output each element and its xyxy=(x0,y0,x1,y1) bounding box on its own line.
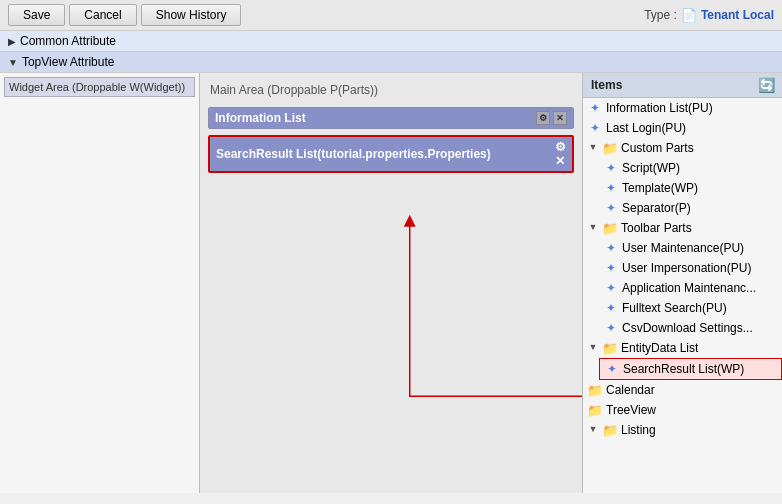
search-result-header: SearchResult List(tutorial.properties.Pr… xyxy=(210,137,572,171)
tree-item-user-maintenance[interactable]: ✦ User Maintenance(PU) xyxy=(599,238,782,258)
information-list-header: Information List ⚙ ✕ xyxy=(209,108,573,128)
gear-icon-fulltext: ✦ xyxy=(603,300,619,316)
doc-icon: 📄 xyxy=(681,8,697,23)
search-result-widget: SearchResult List(tutorial.properties.Pr… xyxy=(208,135,574,173)
tree-item-app-maintenance[interactable]: ✦ Application Maintenanc... xyxy=(599,278,782,298)
tree-label-user-maint: User Maintenance(PU) xyxy=(622,241,744,255)
gear-icon-app-maint: ✦ xyxy=(603,280,619,296)
center-panel: Main Area (Droppable P(Parts)) Informati… xyxy=(200,73,582,493)
entity-data-list-header[interactable]: ▼ 📁 EntityData List xyxy=(583,338,782,358)
expand-toolbar-parts: ▼ xyxy=(587,222,599,234)
search-result-settings-icon[interactable]: ⚙ xyxy=(555,140,566,154)
toolbar-parts-group: ▼ 📁 Toolbar Parts ✦ User Maintenance(PU)… xyxy=(583,218,782,338)
connection-arrow xyxy=(380,133,582,493)
tree-item-last-login[interactable]: ✦ Last Login(PU) xyxy=(583,118,782,138)
main-area-title: Main Area (Droppable P(Parts)) xyxy=(208,81,574,99)
tree-label-user-imp: User Impersonation(PU) xyxy=(622,261,751,275)
custom-parts-label: Custom Parts xyxy=(621,141,694,155)
search-result-close-icon[interactable]: ✕ xyxy=(555,154,566,168)
common-attribute-label: Common Attribute xyxy=(20,34,116,48)
expand-arrow-common: ▶ xyxy=(8,36,16,47)
tree-label-search-result-wp: SearchResult List(WP) xyxy=(623,362,744,376)
topview-attribute-row[interactable]: ▼ TopView Attribute xyxy=(0,52,782,73)
cancel-button[interactable]: Cancel xyxy=(69,4,136,26)
toolbar: Save Cancel Show History Type : 📄 Tenant… xyxy=(0,0,782,31)
tree-label-treeview: TreeView xyxy=(606,403,656,417)
custom-parts-group: ▼ 📁 Custom Parts ✦ Script(WP) ✦ Template… xyxy=(583,138,782,218)
folder-icon-treeview: 📁 xyxy=(587,402,603,418)
folder-icon-calendar: 📁 xyxy=(587,382,603,398)
entity-data-list-children: ✦ SearchResult List(WP) xyxy=(583,358,782,380)
gear-icon-template: ✦ xyxy=(603,180,619,196)
gear-icon-csv: ✦ xyxy=(603,320,619,336)
gear-icon-info: ✦ xyxy=(587,100,603,116)
toolbar-parts-children: ✦ User Maintenance(PU) ✦ User Impersonat… xyxy=(583,238,782,338)
tree-item-template[interactable]: ✦ Template(WP) xyxy=(599,178,782,198)
common-attribute-row[interactable]: ▶ Common Attribute xyxy=(0,31,782,52)
custom-parts-children: ✦ Script(WP) ✦ Template(WP) ✦ Separator(… xyxy=(583,158,782,218)
tree-label-calendar: Calendar xyxy=(606,383,655,397)
folder-icon-custom: 📁 xyxy=(602,140,618,156)
search-result-icons: ⚙ ✕ xyxy=(555,140,566,168)
tree-label-info: Information List(PU) xyxy=(606,101,713,115)
tree-label-fulltext: Fulltext Search(PU) xyxy=(622,301,727,315)
entity-data-list-label: EntityData List xyxy=(621,341,698,355)
gear-icon-search-result: ✦ xyxy=(604,361,620,377)
expand-custom-parts: ▼ xyxy=(587,142,599,154)
toolbar-parts-header[interactable]: ▼ 📁 Toolbar Parts xyxy=(583,218,782,238)
tree-item-treeview[interactable]: 📁 TreeView xyxy=(583,400,782,420)
information-list-close-icon[interactable]: ✕ xyxy=(553,111,567,125)
tree-label-app-maint: Application Maintenanc... xyxy=(622,281,756,295)
gear-icon-user-maint: ✦ xyxy=(603,240,619,256)
entity-data-list-group: ▼ 📁 EntityData List ✦ SearchResult List(… xyxy=(583,338,782,380)
tree-item-search-result-wp[interactable]: ✦ SearchResult List(WP) xyxy=(599,358,782,380)
gear-icon-separator: ✦ xyxy=(603,200,619,216)
tree-label-login: Last Login(PU) xyxy=(606,121,686,135)
topview-attribute-label: TopView Attribute xyxy=(22,55,115,69)
tree-item-listing[interactable]: ▼ 📁 Listing xyxy=(583,420,782,440)
information-list-icons: ⚙ ✕ xyxy=(536,111,567,125)
expand-listing: ▼ xyxy=(587,424,599,436)
folder-icon-listing: 📁 xyxy=(602,422,618,438)
information-list-title: Information List xyxy=(215,111,306,125)
folder-icon-entity: 📁 xyxy=(602,340,618,356)
tree-item-calendar[interactable]: 📁 Calendar xyxy=(583,380,782,400)
items-panel-header: Items 🔄 xyxy=(583,73,782,98)
toolbar-parts-label: Toolbar Parts xyxy=(621,221,692,235)
tree-item-script[interactable]: ✦ Script(WP) xyxy=(599,158,782,178)
tree-item-information-list[interactable]: ✦ Information List(PU) xyxy=(583,98,782,118)
expand-arrow-topview: ▼ xyxy=(8,57,18,68)
tree-item-fulltext-search[interactable]: ✦ Fulltext Search(PU) xyxy=(599,298,782,318)
tree-label-template: Template(WP) xyxy=(622,181,698,195)
tree-item-csv-download[interactable]: ✦ CsvDownload Settings... xyxy=(599,318,782,338)
information-list-settings-icon[interactable]: ⚙ xyxy=(536,111,550,125)
custom-parts-header[interactable]: ▼ 📁 Custom Parts xyxy=(583,138,782,158)
items-panel-title: Items xyxy=(591,78,622,92)
left-panel: Widget Area (Droppable W(Widget)) xyxy=(0,73,200,493)
gear-icon-user-imp: ✦ xyxy=(603,260,619,276)
gear-icon-script: ✦ xyxy=(603,160,619,176)
tree-label-script: Script(WP) xyxy=(622,161,680,175)
type-value: Tenant Local xyxy=(701,8,774,22)
type-label: Type : xyxy=(644,8,677,22)
search-result-title: SearchResult List(tutorial.properties.Pr… xyxy=(216,147,491,161)
tree-label-listing: Listing xyxy=(621,423,656,437)
refresh-icon[interactable]: 🔄 xyxy=(758,77,774,93)
tree-item-separator[interactable]: ✦ Separator(P) xyxy=(599,198,782,218)
widget-area-tab[interactable]: Widget Area (Droppable W(Widget)) xyxy=(4,77,195,97)
save-button[interactable]: Save xyxy=(8,4,65,26)
right-panel: Items 🔄 ✦ Information List(PU) ✦ Last Lo… xyxy=(582,73,782,493)
tree-item-user-impersonation[interactable]: ✦ User Impersonation(PU) xyxy=(599,258,782,278)
tree-label-separator: Separator(P) xyxy=(622,201,691,215)
gear-icon-login: ✦ xyxy=(587,120,603,136)
information-list-widget: Information List ⚙ ✕ xyxy=(208,107,574,129)
tree-label-csv: CsvDownload Settings... xyxy=(622,321,753,335)
expand-entity-data: ▼ xyxy=(587,342,599,354)
folder-icon-toolbar: 📁 xyxy=(602,220,618,236)
show-history-button[interactable]: Show History xyxy=(141,4,242,26)
